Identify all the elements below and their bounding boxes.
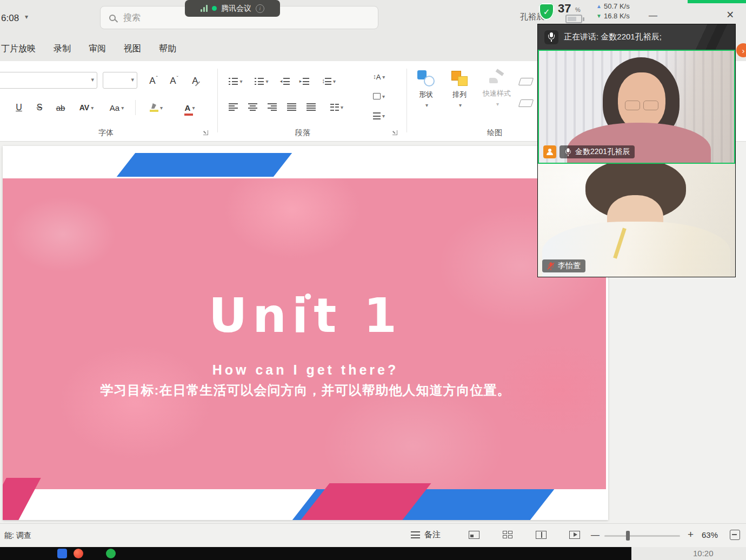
align-right-button[interactable] bbox=[263, 99, 281, 115]
tab-slideshow[interactable]: 丁片放映 bbox=[1, 43, 36, 59]
paragraph-group-label: 段落 bbox=[222, 128, 384, 138]
increase-font-button[interactable]: A ˆ bbox=[144, 73, 163, 89]
outdent-lines-icon bbox=[283, 78, 290, 85]
chevron-down-icon: ▾ bbox=[265, 78, 268, 84]
status-left-text: 能: 调查 bbox=[4, 531, 31, 541]
upload-arrow-icon: ▲ bbox=[596, 3, 602, 9]
tab-review[interactable]: 审阅 bbox=[89, 43, 106, 59]
font-group-label: 字体 bbox=[0, 128, 212, 138]
notes-label: 备注 bbox=[424, 530, 441, 540]
caret-up-icon: ˆ bbox=[156, 76, 158, 82]
shapes-button[interactable]: 形状 ▾ bbox=[411, 70, 441, 126]
bullet-list-button[interactable]: ▾ bbox=[224, 73, 248, 89]
chevron-down-icon[interactable]: ▾ bbox=[91, 76, 94, 83]
font-dialog-launcher[interactable] bbox=[203, 130, 208, 135]
increase-indent-button[interactable]: ▸ bbox=[295, 73, 314, 89]
search-icon bbox=[109, 15, 116, 21]
case-icon: Aa bbox=[110, 103, 119, 112]
info-icon[interactable]: i bbox=[256, 4, 264, 13]
numbered-list-icon bbox=[255, 78, 264, 85]
quick-styles-label: 快速样式 bbox=[483, 89, 511, 98]
mic-icon bbox=[548, 32, 555, 42]
shapes-icon bbox=[417, 70, 435, 87]
slide-sorter-view-button[interactable] bbox=[502, 529, 514, 540]
check-icon: ✓ bbox=[543, 7, 550, 17]
system-time[interactable]: 6:08 bbox=[1, 13, 19, 24]
zoom-slider-track[interactable] bbox=[604, 535, 680, 537]
convert-smartart-button[interactable]: ▾ bbox=[362, 109, 396, 123]
download-arrow-icon: ▼ bbox=[596, 13, 602, 19]
arrange-button[interactable]: 排列 ▾ bbox=[444, 70, 475, 126]
video-tile-participant-2[interactable]: 李怡萱 bbox=[538, 164, 735, 277]
chevron-down-icon[interactable]: ▾ bbox=[131, 76, 134, 83]
grow-font-icon: A bbox=[149, 76, 155, 86]
ribbon-tabs: 丁片放映 录制 审阅 视图 帮助 bbox=[1, 43, 176, 59]
line-spacing-button[interactable]: ↕ ▾ bbox=[315, 73, 343, 89]
shrink-font-icon: A bbox=[170, 76, 176, 86]
columns-button[interactable]: ▾ bbox=[323, 99, 350, 115]
screen: 6:08 ▾ 腾讯会议 i 孔裕辰 ✓ 37 % ▲ 50.7 K/s ▼ 16… bbox=[0, 0, 746, 560]
justify-button[interactable] bbox=[282, 99, 301, 115]
slideshow-view-button[interactable] bbox=[569, 529, 581, 540]
close-button[interactable]: × bbox=[727, 8, 734, 22]
slide-title[interactable]: Unit 1 bbox=[3, 288, 608, 343]
slide-objective-text[interactable]: 学习目标:在日常生活可以会问方向，并可以帮助他人知道方向位置。 bbox=[3, 382, 608, 399]
upload-speed: 50.7 K/s bbox=[604, 2, 630, 10]
security-shield-icon[interactable]: ✓ bbox=[539, 3, 554, 20]
signal-bars-icon bbox=[201, 5, 208, 12]
fit-to-window-button[interactable] bbox=[730, 530, 740, 540]
tab-view[interactable]: 视图 bbox=[124, 43, 141, 59]
reading-view-button[interactable] bbox=[535, 529, 547, 540]
align-text-button[interactable]: ▾ bbox=[362, 89, 396, 103]
underline-button[interactable]: U bbox=[10, 99, 28, 116]
highlight-color-button[interactable]: ▾ bbox=[142, 99, 171, 116]
text-direction-button[interactable]: ↕ A ▾ bbox=[362, 70, 396, 84]
eraser-button[interactable] bbox=[517, 75, 535, 88]
clear-format-button[interactable]: A bbox=[186, 73, 207, 89]
battery-icon bbox=[565, 15, 582, 23]
meeting-status-pill[interactable]: 腾讯会议 i bbox=[185, 0, 280, 17]
align-center-button[interactable] bbox=[243, 99, 262, 115]
taskbar-app-green-icon[interactable] bbox=[106, 549, 116, 558]
distribute-button[interactable] bbox=[302, 99, 320, 115]
font-name-combobox[interactable]: ▾ bbox=[0, 72, 97, 89]
font-color-button[interactable]: A ▾ bbox=[175, 99, 204, 116]
align-left-button[interactable] bbox=[224, 99, 242, 115]
tab-help[interactable]: 帮助 bbox=[159, 43, 176, 59]
decrease-indent-button[interactable]: ◂ bbox=[276, 73, 294, 89]
paragraph-dialog-launcher[interactable] bbox=[392, 130, 397, 135]
avatar-badge bbox=[543, 145, 556, 158]
normal-view-button[interactable] bbox=[468, 529, 480, 540]
taskbar-clock[interactable]: 10:20 bbox=[693, 549, 714, 558]
font-size-combobox[interactable]: ▾ bbox=[103, 72, 137, 89]
change-case-button[interactable]: Aa ▾ bbox=[104, 99, 130, 116]
chevron-down-icon[interactable]: ▾ bbox=[25, 13, 28, 21]
green-accent-strip bbox=[688, 0, 746, 3]
quick-styles-button[interactable]: 快速样式 ▾ bbox=[478, 70, 516, 126]
strikethrough-button[interactable]: S bbox=[30, 99, 49, 116]
zoom-level[interactable]: 63% bbox=[702, 530, 718, 539]
chevron-down-icon: ▾ bbox=[239, 78, 242, 84]
slide-canvas[interactable]: Unit 1 How can I get there? 学习目标:在日常生活可以… bbox=[3, 146, 608, 520]
mic-on-icon bbox=[565, 148, 571, 156]
participant-badges: 金数2201孔裕辰 bbox=[543, 145, 635, 158]
decrease-font-button[interactable]: A ˇ bbox=[164, 73, 184, 89]
numbered-list-button[interactable]: ▾ bbox=[250, 73, 274, 89]
zoom-out-button[interactable]: — bbox=[591, 530, 600, 540]
taskbar-app-red-icon[interactable] bbox=[74, 549, 83, 558]
tab-record[interactable]: 录制 bbox=[54, 43, 71, 59]
notes-button[interactable]: 备注 bbox=[411, 530, 441, 540]
video-tile-participant-1[interactable]: 金数2201孔裕辰 bbox=[538, 50, 735, 164]
highlighter-icon bbox=[150, 103, 158, 112]
zoom-slider-handle[interactable] bbox=[626, 531, 630, 541]
minimize-button[interactable]: — bbox=[649, 11, 657, 21]
chevron-down-icon: ▾ bbox=[192, 105, 195, 111]
taskbar-app-blue-icon[interactable] bbox=[57, 549, 67, 558]
character-spacing-button[interactable]: AV ▾ bbox=[72, 99, 101, 116]
slide-subtitle[interactable]: How can I get there? bbox=[3, 362, 608, 378]
normal-view-icon bbox=[469, 531, 479, 539]
zoom-in-button[interactable]: + bbox=[688, 529, 694, 541]
double-strikethrough-button[interactable]: ab bbox=[51, 99, 70, 116]
justify-icon bbox=[287, 103, 296, 111]
eraser-secondary-button[interactable] bbox=[517, 97, 535, 110]
